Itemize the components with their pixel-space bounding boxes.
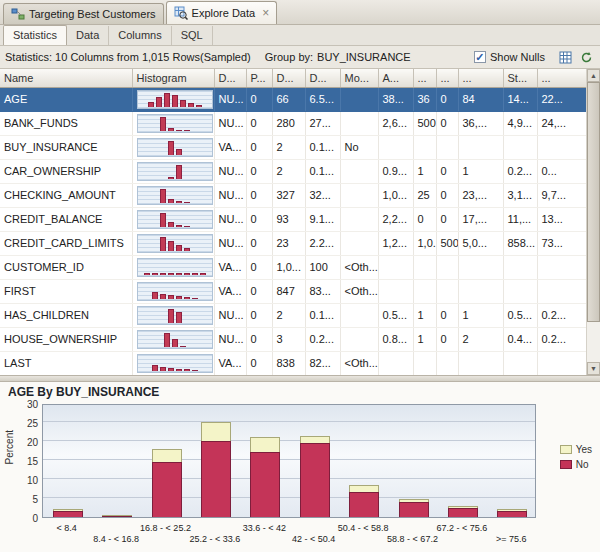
chart-legend: YesNo (560, 444, 592, 474)
histogram-bar (168, 368, 174, 371)
cell-value: 1 (413, 327, 436, 351)
cell-value: 24,... (537, 111, 586, 135)
columns-statistics-grid: NameHistogramD...P...D...D...Mo...A.....… (0, 69, 587, 375)
column-header-9[interactable]: ... (436, 69, 458, 87)
table-row-car_ownership[interactable]: CAR_OWNERSHIPNU...020.1...0.9...1010.2..… (0, 159, 586, 183)
cell-value: 1 (458, 159, 503, 183)
table-row-house_ownership[interactable]: HOUSE_OWNERSHIPNU...030.2...0.8...1020.4… (0, 327, 586, 351)
column-header-7[interactable]: A... (378, 69, 413, 87)
cell-value: 17,... (458, 207, 503, 231)
cell-value: NU... (214, 159, 246, 183)
histogram-bar (168, 295, 174, 299)
table-row-last[interactable]: LASTVA...083882...<Oth... (0, 351, 586, 375)
cell-value: NU... (214, 111, 246, 135)
cell-value: 0 (246, 303, 272, 327)
column-header-12[interactable]: ... (537, 69, 586, 87)
stacked-bar[interactable] (152, 449, 182, 517)
tab-explore-data[interactable]: Explore Data × (166, 1, 278, 24)
chart-panel: AGE By BUY_INSURANCE Percent 05101520253… (0, 382, 600, 552)
panel-splitter[interactable] (0, 375, 600, 382)
histogram-bar (160, 294, 166, 299)
stacked-bar[interactable] (497, 509, 527, 517)
cell-value (537, 255, 586, 279)
table-row-checking_amount[interactable]: CHECKING_AMOUNTNU...032732...1,0...25023… (0, 183, 586, 207)
cell-name: FIRST (0, 279, 132, 303)
table-row-age[interactable]: AGENU...0666.5...38...3608414...22... (0, 87, 586, 111)
cell-value: VA... (214, 351, 246, 375)
cell-value: <Oth... (340, 279, 378, 303)
cell-value: NU... (214, 303, 246, 327)
cell-value: 0.4... (503, 327, 537, 351)
column-header-2[interactable]: D... (214, 69, 246, 87)
table-row-credit_card_limits[interactable]: CREDIT_CARD_LIMITSNU...0232.2...1,2...1,… (0, 231, 586, 255)
column-header-4[interactable]: D... (272, 69, 305, 87)
histogram-bar (196, 105, 202, 107)
scroll-up-icon[interactable]: ▲ (587, 69, 600, 82)
histogram-bar (188, 103, 194, 107)
cell-value (340, 303, 378, 327)
column-header-11[interactable]: St... (503, 69, 537, 87)
stacked-bar[interactable] (102, 515, 132, 517)
cell-value: 0.1... (305, 303, 340, 327)
subtab-sql[interactable]: SQL (172, 26, 213, 45)
cell-value: 0.1... (305, 135, 340, 159)
table-row-buy_insurance[interactable]: BUY_INSURANCEVA...020.1...No (0, 135, 586, 159)
tab-targeting-best-customers[interactable]: Targeting Best Customers (3, 3, 164, 24)
subtab-columns[interactable]: Columns (109, 26, 171, 45)
cell-value: 0.2... (537, 327, 586, 351)
subtab-data[interactable]: Data (67, 26, 109, 45)
column-header-10[interactable]: ... (458, 69, 503, 87)
subtab-statistics[interactable]: Statistics (3, 25, 67, 45)
column-header-5[interactable]: D... (305, 69, 340, 87)
stacked-bar[interactable] (399, 499, 429, 517)
histogram-thumbnail (137, 258, 213, 277)
cell-histogram (132, 207, 214, 231)
cell-name: HAS_CHILDREN (0, 303, 132, 327)
show-nulls-checkbox[interactable]: ✓ Show Nulls (474, 51, 545, 63)
table-row-has_children[interactable]: HAS_CHILDRENNU...020.1...0.5...1010.5...… (0, 303, 586, 327)
cell-value: 23 (272, 231, 305, 255)
histogram-bar (176, 165, 182, 179)
y-tick-label: 5 (32, 494, 38, 505)
close-tab-icon[interactable]: × (262, 7, 269, 19)
table-row-customer_id[interactable]: CUSTOMER_IDVA...01,0...100<Oth... (0, 255, 586, 279)
vertical-scrollbar[interactable]: ▲ ▼ (586, 69, 600, 375)
cell-value: 0 (436, 87, 458, 111)
stacked-bar[interactable] (53, 509, 83, 517)
cell-value: 27... (305, 111, 340, 135)
stacked-bar[interactable] (349, 485, 379, 517)
stacked-bar[interactable] (201, 422, 231, 517)
histogram-thumbnail (137, 114, 213, 133)
cell-value: 1 (458, 303, 503, 327)
column-header-3[interactable]: P... (246, 69, 272, 87)
grid-icon[interactable] (557, 49, 574, 66)
histogram-bar (164, 93, 170, 107)
column-header-6[interactable]: Mo... (340, 69, 378, 87)
stacked-bar[interactable] (448, 506, 478, 517)
column-header-0[interactable]: Name (0, 69, 132, 87)
table-row-bank_funds[interactable]: BANK_FUNDSNU...028027...2,6...500036,...… (0, 111, 586, 135)
x-tick-label: 33.6 - < 42 (243, 523, 286, 533)
column-header-8[interactable]: ... (413, 69, 436, 87)
workflow-icon (11, 7, 25, 21)
scroll-down-icon[interactable]: ▼ (587, 362, 600, 375)
cell-name: BANK_FUNDS (0, 111, 132, 135)
x-tick-label: 58.8 - < 67.2 (387, 534, 438, 544)
cell-value (378, 255, 413, 279)
cell-value (503, 351, 537, 375)
scrollbar-thumb[interactable] (587, 82, 600, 322)
cell-value: 82... (305, 351, 340, 375)
histogram-bar (184, 202, 190, 203)
legend-label: No (576, 459, 589, 470)
stacked-bar[interactable] (300, 436, 330, 517)
column-header-1[interactable]: Histogram (132, 69, 214, 87)
x-tick-label: >= 75.6 (496, 534, 527, 544)
table-row-credit_balance[interactable]: CREDIT_BALANCENU...0939.1...2,2...0017,.… (0, 207, 586, 231)
histogram-bar (160, 237, 166, 251)
stacked-bar[interactable] (250, 437, 280, 517)
histogram-bar (200, 273, 206, 275)
cell-value: 1,0... (413, 231, 436, 255)
table-row-first[interactable]: FIRSTVA...084783...<Oth... (0, 279, 586, 303)
refresh-icon[interactable] (578, 49, 595, 66)
cell-value (458, 135, 503, 159)
